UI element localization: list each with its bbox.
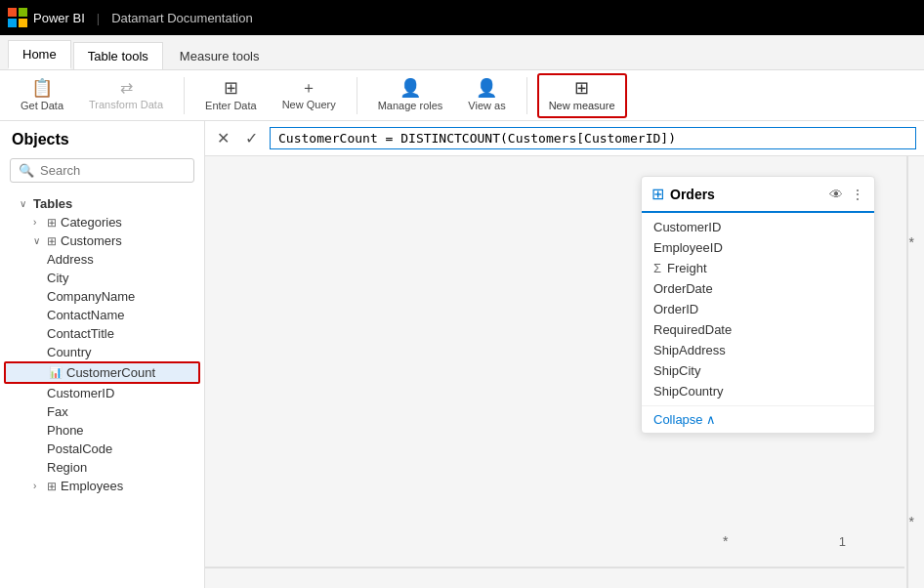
field-row-freight[interactable]: Σ Freight [642, 258, 874, 278]
tree-item-categories[interactable]: › ⊞ Categories [0, 213, 204, 231]
orderdate-field-label: OrderDate [653, 281, 713, 296]
requireddate-field-label: RequiredDate [653, 322, 732, 337]
field-row-requireddate[interactable]: RequiredDate [642, 319, 874, 340]
orderid-field-label: OrderID [653, 302, 698, 316]
ribbon-separator-3 [526, 77, 527, 114]
tree-item-customerid[interactable]: CustomerID [0, 384, 204, 402]
customers-expand-icon: ∨ [33, 235, 43, 246]
manage-roles-button[interactable]: 👤 Manage roles [367, 73, 454, 118]
scrollbar-asterisk-top: * [909, 234, 914, 250]
tree-item-contactname[interactable]: ContactName [0, 306, 204, 324]
enter-data-icon: ⊞ [224, 79, 238, 97]
field-row-customerid[interactable]: CustomerID [642, 217, 874, 237]
shipcountry-field-label: ShipCountry [653, 384, 724, 399]
shipaddress-field-label: ShipAddress [653, 343, 726, 357]
ribbon: 📋 Get Data ⇄ Transform Data ⊞ Enter Data… [0, 70, 924, 121]
orders-title: Orders [670, 187, 823, 202]
field-row-orderid[interactable]: OrderID [642, 299, 874, 319]
field-row-shipcountry[interactable]: ShipCountry [642, 381, 874, 401]
orders-card-actions: 👁 ⋮ [829, 187, 864, 202]
orders-table-icon: ⊞ [651, 185, 664, 203]
asterisk-marker-2: 1 [839, 534, 846, 549]
tabs-row: Home Table tools Measure tools [0, 35, 924, 70]
tree-item-postalcode[interactable]: PostalCode [0, 440, 204, 458]
tab-measure-tools[interactable]: Measure tools [165, 42, 274, 69]
tree-item-contacttitle[interactable]: ContactTitle [0, 324, 204, 343]
vertical-scrollbar-track[interactable] [906, 156, 908, 588]
contactname-label: ContactName [47, 308, 124, 322]
enter-data-button[interactable]: ⊞ Enter Data [194, 73, 268, 118]
get-data-button[interactable]: 📋 Get Data [10, 73, 74, 118]
tab-table-tools[interactable]: Table tools [73, 42, 163, 69]
employeeid-field-label: EmployeeID [653, 240, 723, 255]
field-row-shipaddress[interactable]: ShipAddress [642, 340, 874, 360]
orders-card-body: CustomerID EmployeeID Σ Freight OrderDat… [642, 213, 874, 405]
tree-item-address[interactable]: Address [0, 250, 204, 269]
ribbon-separator-1 [184, 77, 185, 114]
view-as-button[interactable]: 👤 View as [457, 73, 516, 118]
tab-home[interactable]: Home [8, 40, 71, 69]
tree-item-phone[interactable]: Phone [0, 421, 204, 440]
fax-label: Fax [47, 404, 68, 419]
transform-data-button: ⇄ Transform Data [78, 73, 174, 118]
formula-confirm-button[interactable]: ✓ [241, 127, 262, 149]
left-panel: Objects 🔍 ∨ Tables › ⊞ Categories ∨ ⊞ Cu… [0, 121, 205, 588]
new-query-button[interactable]: ＋ New Query [272, 73, 347, 118]
field-row-orderdate[interactable]: OrderDate [642, 278, 874, 299]
title-separator: | [97, 11, 100, 25]
title-bar: Power BI | Datamart Documentation [0, 0, 924, 35]
tree-item-fax[interactable]: Fax [0, 402, 204, 421]
tree-section: ∨ Tables › ⊞ Categories ∨ ⊞ Customers Ad… [0, 190, 204, 588]
formula-input[interactable] [270, 127, 916, 149]
tables-collapse-icon: ∨ [20, 198, 29, 209]
get-data-label: Get Data [21, 100, 63, 111]
manage-roles-icon: 👤 [399, 79, 421, 97]
employees-expand-icon: › [33, 481, 43, 491]
svg-rect-0 [8, 8, 17, 17]
tables-label: Tables [33, 196, 72, 211]
new-measure-button[interactable]: ⊞ New measure [537, 73, 627, 118]
tree-item-employees[interactable]: › ⊞ Employees [0, 477, 204, 495]
contacttitle-label: ContactTitle [47, 326, 114, 341]
search-box[interactable]: 🔍 [10, 158, 194, 183]
measure-icon-customercount: 📊 [49, 366, 63, 379]
categories-expand-icon: › [33, 217, 43, 228]
horizontal-scrollbar-track[interactable] [205, 567, 904, 568]
tree-item-city[interactable]: City [0, 269, 204, 287]
orders-eye-icon[interactable]: 👁 [829, 187, 843, 202]
tree-item-country[interactable]: Country [0, 343, 204, 361]
formula-cancel-button[interactable]: ✕ [213, 127, 233, 149]
collapse-link[interactable]: Collapse ∧ [653, 412, 716, 427]
tree-item-customers[interactable]: ∨ ⊞ Customers [0, 231, 204, 250]
tree-item-companyname[interactable]: CompanyName [0, 287, 204, 306]
canvas: ⊞ Orders 👁 ⋮ CustomerID EmployeeID [205, 156, 924, 588]
app-title: Datamart Documentation [111, 11, 253, 25]
view-as-icon: 👤 [476, 79, 497, 97]
customerid-field-label: CustomerID [653, 220, 721, 234]
search-input[interactable] [40, 163, 186, 178]
ms-logo-group: Power BI [8, 8, 85, 27]
svg-rect-2 [8, 19, 17, 27]
objects-header: Objects [0, 121, 204, 154]
orders-more-icon[interactable]: ⋮ [851, 187, 864, 202]
table-icon-categories: ⊞ [47, 216, 57, 230]
content-area: ✕ ✓ ⊞ Orders 👁 ⋮ CustomerID [205, 121, 924, 588]
sigma-icon: Σ [653, 261, 661, 275]
phone-label: Phone [47, 423, 84, 438]
new-measure-label: New measure [549, 100, 615, 111]
brand-label: Power BI [33, 11, 85, 25]
field-row-shipcity[interactable]: ShipCity [642, 360, 874, 381]
field-row-employeeid[interactable]: EmployeeID [642, 237, 874, 258]
new-query-icon: ＋ [301, 80, 316, 96]
categories-label: Categories [61, 215, 122, 230]
table-icon-employees: ⊞ [47, 480, 57, 493]
customers-label: Customers [61, 233, 122, 248]
country-label: Country [47, 345, 92, 359]
get-data-icon: 📋 [31, 79, 53, 97]
employees-label: Employees [61, 479, 123, 493]
tree-tables-label: ∨ Tables [0, 194, 204, 213]
tree-item-customercount[interactable]: 📊 CustomerCount [4, 361, 200, 384]
ms-logo-icon [8, 8, 27, 27]
tree-item-region[interactable]: Region [0, 458, 204, 477]
orders-card: ⊞ Orders 👁 ⋮ CustomerID EmployeeID [641, 176, 875, 434]
